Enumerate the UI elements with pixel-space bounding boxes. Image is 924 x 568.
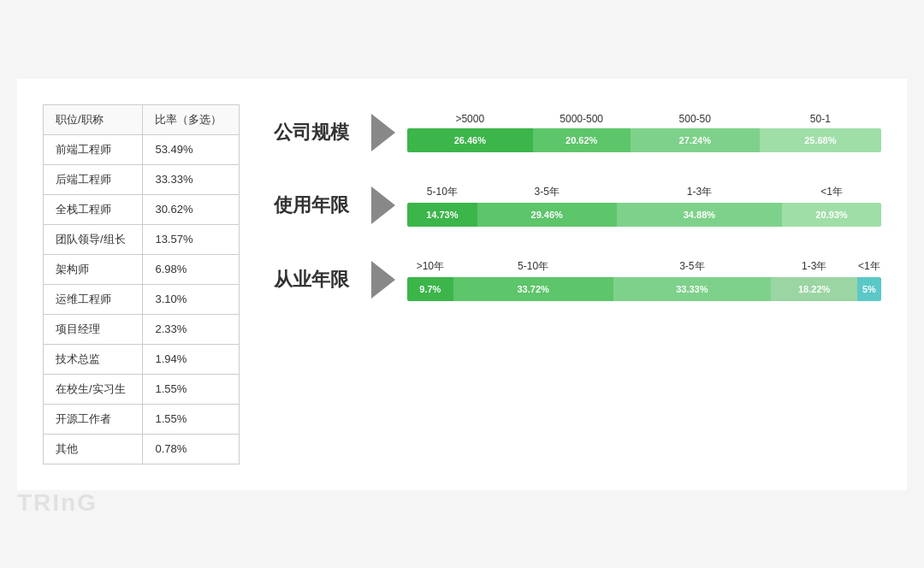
bar-segment: 33.33% bbox=[613, 277, 772, 301]
col-header-rate: 比率（多选） bbox=[143, 104, 240, 134]
segment-label: <1年 bbox=[857, 259, 881, 274]
bar-track: 9.7%33.72%33.33%18.22%5% bbox=[407, 277, 881, 301]
segment-label: 500-50 bbox=[631, 113, 760, 125]
bar-segment: 29.46% bbox=[477, 203, 617, 227]
bar-labels-row: 5-10年3-5年1-3年<1年 bbox=[407, 185, 881, 199]
rate-cell: 30.62% bbox=[143, 194, 240, 224]
segment-label: 1-3年 bbox=[617, 185, 782, 199]
segment-label: >5000 bbox=[407, 113, 533, 125]
segment-label: 5-10年 bbox=[453, 259, 613, 274]
role-cell: 项目经理 bbox=[44, 314, 143, 344]
role-cell: 团队领导/组长 bbox=[44, 224, 143, 254]
bar-segment: 34.88% bbox=[617, 203, 782, 227]
bar-segment: 18.22% bbox=[771, 277, 857, 301]
table-row: 技术总监1.94% bbox=[44, 344, 240, 374]
chart-row: 公司规模>50005000-500500-5050-126.46%20.62%2… bbox=[274, 113, 881, 152]
bar-track: 26.46%20.62%27.24%25.68% bbox=[407, 128, 881, 152]
role-cell: 在校生/实习生 bbox=[44, 374, 143, 404]
table-row: 在校生/实习生1.55% bbox=[44, 374, 240, 404]
rate-cell: 6.98% bbox=[143, 254, 240, 284]
role-cell: 技术总监 bbox=[44, 344, 143, 374]
role-cell: 开源工作者 bbox=[44, 404, 143, 434]
bar-container: 5-10年3-5年1-3年<1年14.73%29.46%34.88%20.93% bbox=[407, 185, 881, 227]
segment-label: 5000-500 bbox=[533, 113, 631, 125]
role-cell: 架构师 bbox=[44, 254, 143, 284]
arrow-icon bbox=[371, 261, 395, 299]
chart-row: 从业年限>10年5-10年3-5年1-3年<1年9.7%33.72%33.33%… bbox=[274, 259, 881, 301]
role-cell: 其他 bbox=[44, 434, 143, 464]
chart-label: 从业年限 bbox=[274, 267, 359, 293]
watermark: TRInG bbox=[17, 489, 98, 517]
rate-cell: 33.33% bbox=[143, 164, 240, 194]
bar-container: >50005000-500500-5050-126.46%20.62%27.24… bbox=[407, 113, 881, 152]
col-header-role: 职位/职称 bbox=[44, 104, 143, 134]
chart-label: 公司规模 bbox=[274, 120, 359, 145]
segment-label: 1-3年 bbox=[771, 259, 857, 274]
table-row: 前端工程师53.49% bbox=[44, 134, 240, 164]
bar-segment: 25.68% bbox=[760, 128, 881, 152]
role-cell: 运维工程师 bbox=[44, 284, 143, 314]
rate-cell: 1.55% bbox=[143, 404, 240, 434]
table-row: 其他0.78% bbox=[44, 434, 240, 464]
bar-segment: 26.46% bbox=[407, 128, 533, 152]
table-row: 开源工作者1.55% bbox=[44, 404, 240, 434]
bar-segment: 20.93% bbox=[782, 203, 881, 227]
table-row: 后端工程师33.33% bbox=[44, 164, 240, 194]
rate-cell: 1.94% bbox=[143, 344, 240, 374]
role-cell: 全栈工程师 bbox=[44, 194, 143, 224]
chart-row: 使用年限5-10年3-5年1-3年<1年14.73%29.46%34.88%20… bbox=[274, 185, 881, 227]
bar-labels-row: >50005000-500500-5050-1 bbox=[407, 113, 881, 125]
bar-segment: 27.24% bbox=[631, 128, 760, 152]
bar-segment: 9.7% bbox=[407, 277, 453, 301]
rate-cell: 1.55% bbox=[143, 374, 240, 404]
charts-section: 公司规模>50005000-500500-5050-126.46%20.62%2… bbox=[274, 104, 881, 301]
segment-label: 3-5年 bbox=[613, 259, 772, 274]
rate-cell: 0.78% bbox=[143, 434, 240, 464]
segment-label: <1年 bbox=[782, 185, 881, 199]
bar-labels-row: >10年5-10年3-5年1-3年<1年 bbox=[407, 259, 881, 274]
role-table: 职位/职称 比率（多选） 前端工程师53.49%后端工程师33.33%全栈工程师… bbox=[43, 104, 240, 464]
table-row: 运维工程师3.10% bbox=[44, 284, 240, 314]
segment-label: 50-1 bbox=[760, 113, 881, 125]
arrow-icon bbox=[371, 114, 395, 151]
table-row: 项目经理2.33% bbox=[44, 314, 240, 344]
rate-cell: 2.33% bbox=[143, 314, 240, 344]
bar-segment: 14.73% bbox=[407, 203, 477, 227]
segment-label: 5-10年 bbox=[407, 185, 477, 199]
rate-cell: 53.49% bbox=[143, 134, 240, 164]
role-cell: 前端工程师 bbox=[44, 134, 143, 164]
main-container: 职位/职称 比率（多选） 前端工程师53.49%后端工程师33.33%全栈工程师… bbox=[17, 79, 907, 490]
rate-cell: 13.57% bbox=[143, 224, 240, 254]
bar-track: 14.73%29.46%34.88%20.93% bbox=[407, 203, 881, 227]
table-row: 全栈工程师30.62% bbox=[44, 194, 240, 224]
bar-segment: 33.72% bbox=[453, 277, 613, 301]
chart-label: 使用年限 bbox=[274, 192, 359, 218]
table-row: 团队领导/组长13.57% bbox=[44, 224, 240, 254]
segment-label: 3-5年 bbox=[477, 185, 617, 199]
arrow-icon bbox=[371, 186, 395, 224]
table-row: 架构师6.98% bbox=[44, 254, 240, 284]
bar-container: >10年5-10年3-5年1-3年<1年9.7%33.72%33.33%18.2… bbox=[407, 259, 881, 301]
bar-segment: 20.62% bbox=[533, 128, 631, 152]
role-cell: 后端工程师 bbox=[44, 164, 143, 194]
segment-label: >10年 bbox=[407, 259, 453, 274]
rate-cell: 3.10% bbox=[143, 284, 240, 314]
bar-segment: 5% bbox=[857, 277, 881, 301]
